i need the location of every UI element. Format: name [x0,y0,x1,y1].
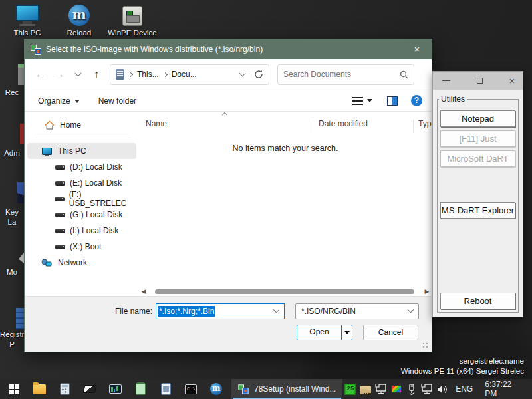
open-dropdown-icon [344,331,350,334]
desktop-icon-label[interactable]: P [0,340,24,348]
usb-device-icon[interactable] [404,384,419,395]
back-icon[interactable]: ← [31,68,50,80]
ms-dart-explorer-button[interactable]: MS-DaRT Explorer [440,202,515,219]
breadcrumb-this-pc[interactable]: This... [137,70,159,79]
recent-locations-chevron-icon[interactable] [68,68,87,80]
desktop-icon-label: This PC [1,29,53,37]
eraser-icon [83,385,97,393]
sidebar-item-drive-g[interactable]: (G:) Local Disk [27,207,136,223]
close-icon[interactable]: × [402,39,432,59]
network-monitor-icon[interactable] [373,384,388,394]
clock[interactable]: 6:37:22 PM [479,380,532,398]
desktop-icon-label[interactable]: Rec [0,88,24,96]
up-icon[interactable]: ↑ [87,68,106,80]
taskbar-icon-command-prompt[interactable]: C:\. [178,379,203,399]
desktop-icon-label[interactable]: Key [0,208,24,216]
dialog-titlebar[interactable]: Select the ISO-image with Windows distri… [25,39,432,59]
cancel-button[interactable]: Cancel [363,325,418,340]
scrollbar-thumb[interactable] [155,289,414,294]
column-header-date-modified[interactable]: Date modified [319,119,368,128]
column-header-name[interactable]: Name [146,119,167,128]
sidebar-item-drive-e[interactable]: (E:) Local Disk [27,175,136,191]
utilites-titlebar[interactable]: × [433,72,523,90]
just-manager-button: [F11] Just Manager [440,130,515,147]
windows-start-icon [9,384,19,394]
calculator-icon [60,383,70,395]
network-status-icon[interactable] [419,384,434,394]
folder-icon [33,384,46,394]
search-input[interactable] [283,70,400,79]
file-name-input[interactable]: *.Iso;*.Nrg;*.Bin [156,303,285,319]
taskbar-window-78setup[interactable]: 78Setup (install Wind... [231,379,342,399]
breadcrumb-documents[interactable]: Docu... [172,70,197,79]
network-icon [41,259,53,267]
volume-icon[interactable] [434,384,450,394]
preview-pane-icon[interactable] [387,96,398,106]
taskbar-icon-notepad-green[interactable] [128,379,153,399]
address-bar[interactable]: This... Docu... [110,64,269,85]
sidebar-item-drive-x[interactable]: (X:) Boot [27,239,136,255]
scroll-right-icon[interactable]: ▶ [422,287,432,296]
search-box[interactable] [277,64,414,85]
sidebar-item-drive-d[interactable]: (D:) Local Disk [27,159,136,175]
minimize-icon[interactable] [442,80,450,82]
open-button-label: Open [297,325,341,340]
horizontal-scrollbar[interactable]: ◀ ▶ [139,287,432,296]
desktop-icon-winpe-device[interactable]: WinPE Device [106,2,158,37]
keyboard-layout-icon[interactable] [17,182,24,203]
view-dropdown-icon [367,99,372,102]
taskbar-icon-eraser[interactable] [77,379,102,399]
desktop-icon-label[interactable]: Mo [0,268,24,276]
registry-icon[interactable] [16,308,24,329]
language-indicator[interactable]: ENG [450,384,479,394]
scroll-left-icon[interactable]: ◀ [139,287,148,296]
notepad-button[interactable]: Notepad [440,110,515,127]
cpu-meter-icon[interactable]: 25 [342,384,358,395]
open-split-dropdown[interactable] [341,325,352,340]
refresh-icon[interactable] [254,70,263,79]
desktop-icon-label[interactable]: La [0,218,24,226]
documents-folder-icon [116,69,124,80]
sidebar-item-drive-i[interactable]: (I:) Local Disk [27,223,136,239]
sidebar-item-network[interactable]: Network [27,255,136,271]
taskbar-icon-file-explorer[interactable] [27,379,52,399]
taskbar-icon-resource-monitor[interactable] [102,379,128,399]
close-icon[interactable]: × [509,77,515,85]
branding-line1: sergeistrelec.name [401,356,524,366]
reload-icon: m [53,2,105,26]
resize-grip[interactable] [422,342,429,349]
view-mode-button[interactable] [352,97,372,105]
hard-drive-icon [54,229,66,233]
desktop-icon-label[interactable]: Adm [0,149,24,157]
sidebar-item-home[interactable]: Home [27,117,136,133]
dialog-navbar: ← → ↑ This... Docu... [25,59,432,90]
utilites-panel: × Utilites Notepad [F11] Just Manager Mi… [432,71,523,317]
sidebar-item-this-pc[interactable]: This PC [27,143,136,159]
sidebar-item-drive-f[interactable]: (F:) USB_STRELEC [27,191,136,207]
new-folder-button[interactable]: New folder [98,96,136,106]
taskbar-icon-reload[interactable]: m [203,379,229,399]
help-icon[interactable]: ? [411,95,422,106]
file-name-dropdown-chevron-icon[interactable] [273,307,280,313]
system-tray: 25 ENG 6:37:22 PM [342,379,532,399]
organize-button[interactable]: Organize [38,96,80,106]
forward-icon[interactable]: → [50,68,68,80]
taskbar-icon-calculator[interactable] [52,379,77,399]
open-button[interactable]: Open [297,325,352,340]
file-name-label: File name: [91,307,152,316]
organize-label: Organize [38,96,70,106]
taskbar-icon-notepad-blue[interactable] [153,379,178,399]
display-colors-icon[interactable] [388,385,404,393]
ram-meter-icon[interactable] [358,386,373,393]
reboot-button[interactable]: Reboot [440,293,515,309]
desktop-icon-this-pc[interactable]: This PC [1,2,53,37]
recycle-bin-icon[interactable] [18,64,24,85]
file-type-dropdown[interactable]: *.ISO/NRG/BIN [295,303,419,319]
scrollbar-track[interactable] [148,287,422,296]
start-button[interactable] [1,379,27,399]
address-dropdown-chevron-icon[interactable] [239,70,246,77]
maximize-icon[interactable] [477,78,483,84]
desktop-icon-reload[interactable]: m Reload [53,2,105,37]
desktop-icon-label[interactable]: Registr [0,331,24,338]
dialog-sidebar: Home This PC (D:) Local Disk (E:) Local … [25,112,139,297]
